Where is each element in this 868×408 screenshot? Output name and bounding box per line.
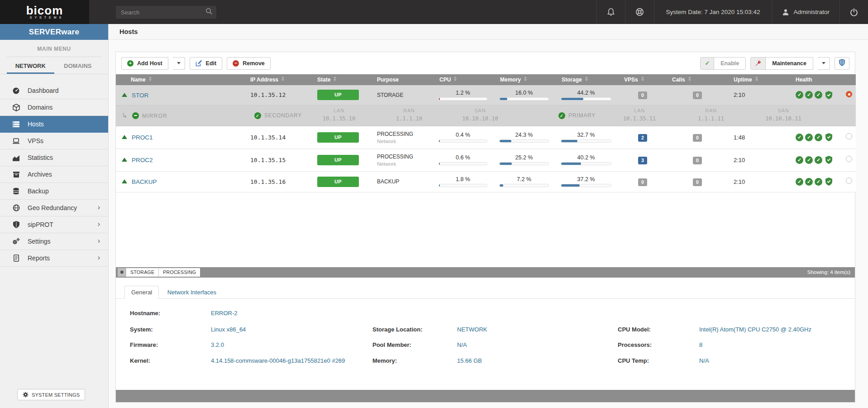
sidebar-item-dashboard[interactable]: Dashboard bbox=[0, 82, 108, 99]
col-header-state[interactable]: State bbox=[312, 74, 372, 85]
col-header-uptime[interactable]: Uptime bbox=[728, 74, 790, 85]
pin-filter-icon[interactable] bbox=[118, 268, 126, 277]
sidebar: SERVERware MAIN MENU NETWORK DOMAINS Das… bbox=[0, 24, 109, 408]
host-details: General Network Interfaces Hostname: ERR… bbox=[116, 278, 855, 391]
calls-badge: 0 bbox=[693, 157, 702, 164]
bell-icon bbox=[607, 8, 615, 16]
mirror-net-ran-right: RAN1.1.1.11 bbox=[698, 108, 724, 122]
cpu-value: 1.8 % bbox=[439, 176, 487, 182]
notifications-button[interactable] bbox=[596, 0, 625, 24]
logout-button[interactable] bbox=[839, 0, 868, 24]
showing-count: Showing: 4 item(s) bbox=[807, 269, 855, 275]
document-icon bbox=[12, 254, 20, 262]
memory-value: 24.3 % bbox=[499, 132, 549, 138]
search-icon[interactable] bbox=[205, 8, 213, 17]
chevron-right-icon: › bbox=[98, 204, 100, 211]
table-row-proc2[interactable]: PROC2 10.1.35.15 UP PROCESSINGNetwork 0.… bbox=[116, 149, 856, 171]
mirror-primary: PRIMARY bbox=[558, 112, 596, 119]
sidebar-menu: Dashboard Domains Hosts VPSs Statistics bbox=[0, 82, 108, 267]
col-header-storage[interactable]: Storage bbox=[556, 74, 619, 85]
col-header-vpss[interactable]: VPSs bbox=[619, 74, 667, 85]
global-search[interactable] bbox=[116, 6, 216, 19]
host-purpose: PROCESSING bbox=[377, 154, 434, 160]
filter-tab-processing[interactable]: PROCESSING bbox=[158, 268, 200, 277]
remove-button[interactable]: Remove bbox=[227, 57, 271, 70]
row-select-radio[interactable] bbox=[846, 133, 852, 139]
system-settings-button[interactable]: SYSTEM SETTINGS bbox=[17, 389, 85, 400]
host-link[interactable]: STOR bbox=[132, 92, 148, 99]
vpss-badge: 0 bbox=[638, 178, 647, 186]
sidebar-item-geo-redundancy[interactable]: Geo Redundancy › bbox=[0, 200, 108, 216]
storage-value: 40.2 % bbox=[561, 154, 611, 161]
processors-value: 8 bbox=[699, 341, 702, 348]
storage-bar bbox=[561, 184, 611, 187]
health-check-icon bbox=[805, 134, 813, 141]
host-link[interactable]: BACKUP bbox=[132, 178, 157, 185]
tab-general[interactable]: General bbox=[124, 286, 159, 299]
row-select-radio[interactable] bbox=[846, 91, 852, 97]
gears-icon bbox=[12, 238, 20, 245]
table-row-stor[interactable]: STOR 10.1.35.12 UP STORAGE 1.2 % 16.0 % … bbox=[116, 85, 856, 105]
enable-button[interactable]: ✓ Enable bbox=[700, 57, 746, 70]
health-check-icon bbox=[796, 134, 803, 141]
col-header-health[interactable]: Health bbox=[790, 74, 842, 85]
sidebar-item-hosts[interactable]: Hosts bbox=[0, 116, 108, 133]
system-label: System: bbox=[130, 326, 153, 333]
sidebar-item-settings[interactable]: Settings › bbox=[0, 233, 108, 250]
table-row-backup[interactable]: BACKUP 10.1.35.16 UP BACKUP 1.8 % 7.2 % … bbox=[116, 171, 856, 192]
maintenance-group: Maintenance bbox=[750, 57, 830, 70]
col-header-cpu[interactable]: CPU bbox=[434, 74, 495, 85]
host-ip: 10.1.35.15 bbox=[245, 149, 312, 171]
sidebar-item-domains[interactable]: Domains bbox=[0, 99, 108, 116]
memory-bar bbox=[499, 97, 549, 101]
col-header-calls[interactable]: Calls bbox=[667, 74, 728, 85]
calls-badge: 0 bbox=[693, 134, 702, 142]
tab-domains[interactable]: DOMAINS bbox=[54, 59, 102, 74]
col-header-name[interactable]: Name bbox=[116, 74, 245, 85]
user-menu[interactable]: Administrator bbox=[772, 0, 839, 24]
mirror-status-icon bbox=[132, 112, 139, 119]
sidebar-item-reports[interactable]: Reports › bbox=[0, 250, 108, 267]
cpu-value: 0.4 % bbox=[439, 132, 487, 138]
tab-network[interactable]: NETWORK bbox=[7, 59, 54, 74]
memory-bar bbox=[499, 162, 549, 165]
col-header-purpose[interactable]: Purpose bbox=[372, 74, 434, 85]
sidebar-item-backup[interactable]: Backup bbox=[0, 183, 108, 200]
maintenance-button[interactable]: Maintenance bbox=[750, 57, 813, 70]
sidebar-item-vpss[interactable]: VPSs bbox=[0, 133, 108, 149]
add-host-button[interactable]: Add Host bbox=[121, 57, 168, 70]
sub-item-arrow-icon: ↳ bbox=[122, 111, 128, 120]
serverware-app: { "topbar": { "logo_text": "bicom", "log… bbox=[0, 0, 868, 408]
col-header-memory[interactable]: Memory bbox=[495, 74, 556, 85]
health-check-icon bbox=[815, 134, 822, 141]
table-row-proc1[interactable]: PROC1 10.1.35.14 UP PROCESSINGNetwork 0.… bbox=[116, 126, 856, 149]
row-select-radio[interactable] bbox=[846, 156, 852, 162]
add-host-dropdown-button[interactable] bbox=[173, 57, 185, 70]
table-header-row: Name IP Address State Purpose CPU Memory… bbox=[116, 74, 856, 85]
host-link[interactable]: PROC2 bbox=[132, 157, 153, 163]
blue-shield-icon bbox=[839, 59, 845, 67]
tab-network-interfaces[interactable]: Network Interfaces bbox=[161, 286, 223, 299]
sort-icon bbox=[585, 77, 588, 81]
host-purpose-sub: Network bbox=[377, 161, 434, 167]
filter-tab-storage[interactable]: STORAGE bbox=[126, 268, 158, 277]
col-header-ip[interactable]: IP Address bbox=[245, 74, 312, 85]
topbar-right: System Date: 7 Jan 2020 15:03:42 Adminis… bbox=[596, 0, 868, 24]
health-indicators bbox=[796, 156, 842, 164]
table-row-mirror[interactable]: ↳ MIRROR SECONDARY LAN10.1.35.10 RAN1.1.… bbox=[116, 105, 856, 126]
search-input[interactable] bbox=[121, 9, 205, 16]
hostname-value[interactable]: ERROR-2 bbox=[211, 310, 238, 317]
sidebar-item-statistics[interactable]: Statistics bbox=[0, 149, 108, 166]
host-link[interactable]: PROC1 bbox=[132, 134, 153, 141]
support-button[interactable] bbox=[625, 0, 654, 24]
main-menu-label: MAIN MENU bbox=[0, 46, 108, 52]
edit-button[interactable]: Edit bbox=[190, 57, 223, 70]
wrench-icon bbox=[751, 58, 766, 69]
host-purpose-sub: Network bbox=[377, 139, 434, 144]
row-select-radio[interactable] bbox=[846, 178, 852, 184]
sidebar-item-sipprot[interactable]: sipPROT › bbox=[0, 216, 108, 233]
maintenance-dropdown-button[interactable] bbox=[818, 57, 830, 70]
sipprot-shield-button[interactable] bbox=[835, 57, 849, 70]
caret-down-icon bbox=[177, 62, 181, 64]
sidebar-item-archives[interactable]: Archives bbox=[0, 166, 108, 183]
